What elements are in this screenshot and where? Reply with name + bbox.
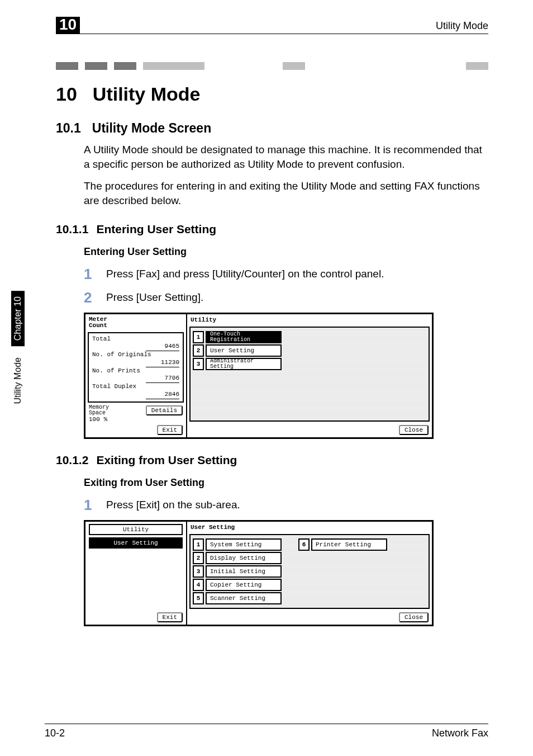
footer-page: 10-2 <box>45 727 65 739</box>
subsection-10-1-2: 10.1.2Exiting from User Setting <box>56 453 488 467</box>
menu-printer-setting[interactable]: 6 Printer Setting <box>298 538 387 551</box>
step-text: Press [Fax] and press [Utility/Counter] … <box>106 266 384 281</box>
exit-button[interactable]: Exit <box>157 425 183 435</box>
user-setting-panel: Utility User Setting Exit User Setting 1… <box>84 520 434 626</box>
meter-count-box: Total 9465 No. of Originals 11230 No. of… <box>88 332 184 403</box>
inline-heading: Entering User Setting <box>84 246 488 258</box>
page-footer: 10-2 Network Fax <box>45 724 488 739</box>
step-number: 2 <box>84 289 106 305</box>
chapter-title: 10Utility Mode <box>56 83 488 105</box>
utility-header: Utility <box>187 314 432 325</box>
side-label: Utility Mode <box>13 357 23 404</box>
step-text: Press [User Setting]. <box>106 289 203 305</box>
paragraph: A Utility Mode should be designated to m… <box>84 143 488 171</box>
menu-initial-setting[interactable]: 3 Initial Setting <box>193 565 282 578</box>
section-10-1: 10.1Utility Mode Screen <box>56 121 488 136</box>
total-label: Total <box>92 336 179 343</box>
subsection-10-1-1: 10.1.1Entering User Setting <box>56 223 488 236</box>
step-2: 2 Press [User Setting]. <box>84 289 488 305</box>
originals-value: 11230 <box>146 359 179 367</box>
header-title: Utility Mode <box>436 17 488 32</box>
total-value: 9465 <box>146 343 179 351</box>
side-tab: Chapter 10 Utility Mode <box>11 291 25 404</box>
close-button[interactable]: Close <box>399 612 429 622</box>
meter-count-header: Meter Count <box>85 314 186 331</box>
user-setting-header: User Setting <box>187 522 432 533</box>
step-number: 1 <box>84 266 106 281</box>
originals-label: No. of Originals <box>92 351 179 359</box>
inline-heading: Exiting from User Setting <box>84 477 488 489</box>
step-text: Press [Exit] on the sub-area. <box>106 497 240 512</box>
prints-label: No. of Prints <box>92 367 179 375</box>
menu-copier-setting[interactable]: 4 Copier Setting <box>193 579 282 591</box>
utility-menu: 1 One-Touch Registration 2 User Setting … <box>189 327 430 422</box>
chapter-number-badge: 10 <box>56 17 80 34</box>
prints-value: 7706 <box>146 375 179 383</box>
side-chapter: Chapter 10 <box>11 291 25 346</box>
memory-label: Memory Space <box>89 405 109 416</box>
tab-user-setting[interactable]: User Setting <box>89 537 183 549</box>
decorative-strip <box>56 62 488 70</box>
step-number: 1 <box>84 497 106 512</box>
memory-value: 100 % <box>85 416 186 423</box>
duplex-label: Total Duplex <box>92 383 179 391</box>
menu-admin-setting[interactable]: 3 Administrator Setting <box>193 358 426 370</box>
menu-system-setting[interactable]: 1 System Setting <box>193 538 282 551</box>
menu-user-setting[interactable]: 2 User Setting <box>193 344 426 357</box>
details-button[interactable]: Details <box>146 405 183 415</box>
step-1b: 1 Press [Exit] on the sub-area. <box>84 497 488 512</box>
paragraph: The procedures for entering in and exiti… <box>84 179 488 207</box>
close-button[interactable]: Close <box>399 425 429 435</box>
page-header: 10 Utility Mode <box>56 17 488 34</box>
tab-utility[interactable]: Utility <box>89 524 183 535</box>
user-setting-menu: 1 System Setting 2 Display Setting 3 Ini… <box>189 534 430 609</box>
menu-one-touch[interactable]: 1 One-Touch Registration <box>193 331 426 343</box>
menu-scanner-setting[interactable]: 5 Scanner Setting <box>193 592 282 604</box>
menu-display-setting[interactable]: 2 Display Setting <box>193 552 282 564</box>
step-1: 1 Press [Fax] and press [Utility/Counter… <box>84 266 488 281</box>
exit-button[interactable]: Exit <box>157 612 183 622</box>
footer-doc: Network Fax <box>432 727 488 739</box>
duplex-value: 2846 <box>146 391 179 399</box>
utility-screen-panel: Meter Count Total 9465 No. of Originals … <box>84 313 434 439</box>
